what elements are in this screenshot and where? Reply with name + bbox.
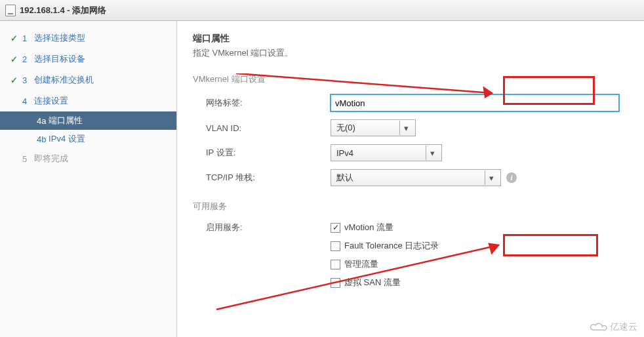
dropdown-tcpip-stack[interactable]: 默认 ▾ <box>331 169 501 186</box>
substep-4a[interactable]: 4a 端口属性 <box>0 111 176 130</box>
step-3[interactable]: 3创建标准交换机 <box>0 69 176 90</box>
step-4[interactable]: 4连接设置 <box>0 90 176 111</box>
wizard-container: 1选择连接类型 2选择目标设备 3创建标准交换机 4连接设置 4a 端口属性 4… <box>0 21 644 337</box>
dropdown-ip-settings[interactable]: IPv4 ▾ <box>331 144 442 161</box>
dropdown-tcpip-value: 默认 <box>336 172 353 184</box>
label-tcpip-stack: TCP/IP 堆栈: <box>193 172 331 184</box>
checkbox-icon[interactable] <box>331 223 340 233</box>
label-enable-services: 启用服务: <box>193 222 331 233</box>
wizard-sidebar: 1选择连接类型 2选择目标设备 3创建标准交换机 4连接设置 4a 端口属性 4… <box>0 21 177 337</box>
host-icon <box>5 5 16 16</box>
svg-marker-3 <box>489 244 498 253</box>
svg-line-0 <box>236 73 492 93</box>
dropdown-ip-value: IPv4 <box>336 148 353 158</box>
group-available-services: 可用服务 <box>193 201 644 212</box>
substep-4b[interactable]: 4b IPv4 设置 <box>0 130 176 148</box>
wizard-main: 端口属性 指定 VMkernel 端口设置。 VMkernel 端口设置 网络标… <box>177 21 644 337</box>
dropdown-vlan-value: 无(0) <box>336 122 355 134</box>
info-icon[interactable]: i <box>506 172 517 183</box>
step-5: 5即将完成 <box>0 148 176 169</box>
chevron-down-icon: ▾ <box>485 170 498 185</box>
annotation-arrow-1 <box>230 73 505 113</box>
label-ip-settings: IP 设置: <box>193 147 331 159</box>
titlebar: 192.168.1.4 - 添加网络 <box>0 0 644 21</box>
row-tcpip-stack: TCP/IP 堆栈: 默认 ▾ i <box>193 169 644 186</box>
row-ip-settings: IP 设置: IPv4 ▾ <box>193 144 644 161</box>
chevron-down-icon: ▾ <box>426 146 439 160</box>
window-title: 192.168.1.4 - 添加网络 <box>20 5 106 16</box>
annotation-arrow-2 <box>210 237 505 316</box>
page-title: 端口属性 <box>193 33 644 45</box>
page-subtitle: 指定 VMkernel 端口设置。 <box>193 47 644 59</box>
service-vmotion[interactable]: vMotion 流量 <box>331 222 644 233</box>
svg-marker-1 <box>484 88 492 97</box>
svg-line-2 <box>216 245 498 309</box>
label-vlan-id: VLAN ID: <box>193 123 331 133</box>
step-2[interactable]: 2选择目标设备 <box>0 49 176 69</box>
chevron-down-icon: ▾ <box>399 121 413 135</box>
row-vlan-id: VLAN ID: 无(0) ▾ <box>193 119 644 136</box>
dropdown-vlan-id[interactable]: 无(0) ▾ <box>331 119 416 136</box>
step-1[interactable]: 1选择连接类型 <box>0 28 176 49</box>
